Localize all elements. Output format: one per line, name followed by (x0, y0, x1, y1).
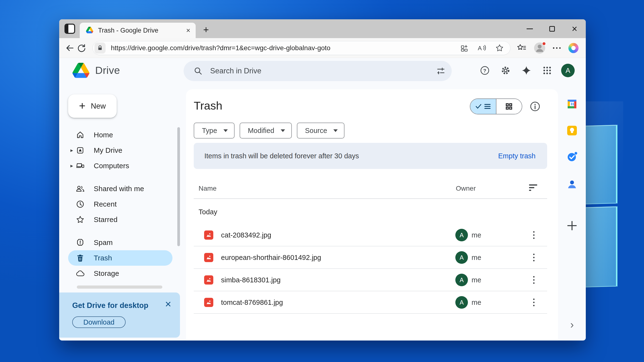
browser-menu-icon[interactable] (553, 47, 561, 49)
drive-search-bar[interactable] (184, 61, 452, 81)
windows-logo-pane (584, 206, 618, 288)
tab-close-icon[interactable]: × (186, 27, 190, 34)
sidebar-item-recent[interactable]: Recent (68, 196, 172, 212)
download-button[interactable]: Download (72, 316, 126, 328)
calendar-app-button[interactable]: 31 (566, 98, 578, 110)
tasks-app-button[interactable] (566, 151, 578, 163)
chevron-down-icon (224, 129, 228, 132)
favorites-hub-icon[interactable] (517, 44, 526, 52)
table-header-divider (194, 198, 547, 199)
help-button[interactable]: ? (478, 64, 492, 77)
table-row[interactable]: tomcat-8769861.jpg A me (194, 291, 547, 314)
file-name[interactable]: simba-8618301.jpg (221, 276, 281, 284)
browser-tab[interactable]: Trash - Google Drive × (80, 23, 196, 38)
settings-button[interactable] (499, 64, 512, 77)
gemini-button[interactable] (520, 64, 533, 77)
row-menu-icon[interactable] (529, 276, 539, 284)
details-button[interactable] (529, 100, 541, 112)
expand-arrow-icon[interactable]: ▸ (68, 163, 75, 169)
table-row[interactable]: cat-2083492.jpg A me (194, 224, 547, 246)
side-panel-rail: 31 › (558, 89, 586, 340)
row-menu-icon[interactable] (529, 299, 539, 306)
sidebar-item-spam[interactable]: Spam (68, 235, 172, 250)
new-tab-button[interactable]: + (200, 24, 212, 35)
my-drive-icon (75, 146, 85, 154)
file-table-header: Name Owner (186, 179, 558, 198)
sidebar-item-shared-with-me[interactable]: Shared with me (68, 181, 172, 196)
sidebar-horizontal-scrollbar[interactable] (77, 286, 162, 289)
add-side-panel-app-button[interactable] (566, 220, 578, 232)
table-row[interactable]: european-shorthair-8601492.jpg A me (194, 246, 547, 269)
sidebar-item-home[interactable]: Home (68, 127, 172, 143)
site-security-chip[interactable] (94, 42, 106, 53)
drive-brand[interactable]: Drive (72, 61, 120, 79)
refresh-button[interactable] (76, 42, 87, 54)
row-menu-icon[interactable] (529, 254, 539, 261)
sort-icon[interactable] (529, 184, 539, 191)
sidebar-item-label: Recent (94, 200, 117, 208)
promo-close-icon[interactable]: × (165, 299, 171, 309)
collapse-side-panel-icon[interactable]: › (566, 319, 578, 331)
contacts-app-button[interactable] (566, 178, 578, 190)
gemini-spark-icon (522, 66, 531, 75)
file-name[interactable]: european-shorthair-8601492.jpg (221, 253, 321, 261)
check-icon (476, 104, 482, 109)
filter-modified[interactable]: Modified (240, 123, 292, 138)
search-options-icon[interactable] (436, 66, 446, 75)
computers-icon (75, 162, 85, 170)
sidebar-item-storage[interactable]: Storage (68, 266, 172, 281)
column-header-owner[interactable]: Owner (456, 185, 476, 192)
svg-text:A: A (478, 45, 482, 51)
file-name[interactable]: cat-2083492.jpg (221, 231, 271, 239)
chevron-down-icon (281, 129, 285, 132)
sidebar-item-computers[interactable]: ▸ Computers (68, 158, 172, 174)
search-icon[interactable] (194, 67, 202, 75)
tab-actions-icon[interactable] (64, 24, 75, 34)
account-avatar[interactable]: A (561, 64, 575, 77)
new-button-label: New (91, 102, 106, 110)
copilot-icon[interactable] (568, 43, 578, 53)
list-view-button[interactable] (470, 99, 496, 114)
trash-notice-banner: Items in trash will be deleted forever a… (194, 143, 547, 169)
table-row[interactable]: simba-8618301.jpg A me (194, 269, 547, 291)
sidebar-item-starred[interactable]: Starred (68, 212, 172, 227)
image-file-icon (204, 275, 213, 285)
sidebar-item-my-drive[interactable]: ▸ My Drive (68, 143, 172, 158)
sidebar-item-label: Spam (94, 238, 112, 247)
expand-arrow-icon[interactable]: ▸ (68, 147, 75, 153)
address-bar[interactable]: https://drive.google.com/drive/trash?dmr… (92, 41, 510, 55)
filter-source[interactable]: Source (297, 123, 345, 138)
filter-type[interactable]: Type (194, 123, 234, 138)
file-name[interactable]: tomcat-8769861.jpg (221, 298, 283, 306)
split-screen-icon[interactable] (460, 44, 469, 52)
svg-text:31: 31 (570, 102, 574, 106)
read-aloud-icon[interactable]: A (477, 44, 486, 52)
row-menu-icon[interactable] (529, 231, 539, 239)
minimize-button[interactable] (518, 19, 541, 38)
column-header-name[interactable]: Name (198, 185, 217, 192)
empty-trash-button[interactable]: Empty trash (498, 152, 536, 160)
grid-view-button[interactable] (496, 99, 522, 114)
date-group-label: Today (198, 208, 217, 216)
owner-label: me (472, 298, 481, 306)
google-apps-button[interactable] (540, 64, 554, 77)
home-icon (75, 131, 85, 139)
storage-cloud-icon (75, 270, 85, 277)
promo-title: Get Drive for desktop (72, 301, 148, 310)
favorite-star-icon[interactable] (495, 44, 504, 52)
maximize-button[interactable] (541, 19, 563, 38)
chip-label: Source (305, 127, 327, 135)
filter-chips: Type Modified Source (194, 123, 344, 138)
close-button[interactable]: × (563, 19, 586, 38)
keep-app-button[interactable] (566, 124, 578, 137)
tab-actions-bar (66, 25, 68, 33)
back-button[interactable] (64, 42, 76, 54)
search-input[interactable] (210, 67, 436, 75)
sidebar-item-label: Computers (94, 162, 129, 170)
new-button[interactable]: + New (68, 94, 117, 118)
sidebar-item-trash[interactable]: Trash (68, 250, 172, 266)
browser-profile-avatar[interactable] (534, 42, 545, 53)
sidebar-scrollbar[interactable] (177, 127, 180, 246)
file-rows: cat-2083492.jpg A me european-shorthair-… (186, 224, 558, 314)
owner-avatar: A (455, 229, 468, 241)
